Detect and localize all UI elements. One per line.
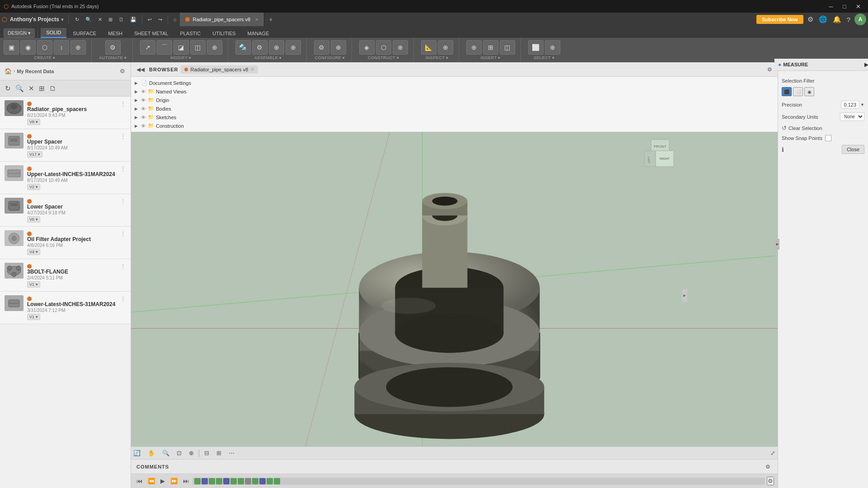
assemble-more-icon[interactable]: ⊕: [286, 40, 301, 55]
list-item[interactable]: Upper Spacer 8/17/2024 10:49 AM V17 ▾ ⋮: [0, 129, 131, 162]
browser-settings-button[interactable]: ⚙: [765, 65, 774, 74]
active-tab[interactable]: Radiator_pipe_spacers v8 ✕: [180, 13, 264, 26]
home-icon[interactable]: 🏠: [5, 68, 12, 74]
tab-surface[interactable]: SURFACE: [67, 29, 102, 38]
tree-item-bodies[interactable]: ▶ 👁 📁 Bodies: [131, 104, 778, 113]
maximize-button[interactable]: □: [838, 1, 851, 11]
help-icon[interactable]: ?: [845, 14, 852, 25]
tree-item-sketches[interactable]: ▶ 👁 📁 Sketches: [131, 113, 778, 121]
tab-mesh[interactable]: MESH: [103, 29, 128, 38]
configure-more-icon[interactable]: ⊕: [331, 40, 346, 55]
insert-tool-2[interactable]: ⊞: [483, 40, 498, 55]
configure-tool-1[interactable]: ⚙: [314, 40, 329, 55]
tab-manage[interactable]: MANAGE: [242, 29, 275, 38]
list-item[interactable]: Lower-Latest-INCHES-31MAR2024 3/31/2024 …: [0, 292, 131, 324]
grid-button[interactable]: ⊞: [214, 448, 224, 458]
info-icon[interactable]: ℹ: [782, 146, 784, 153]
list-item[interactable]: Upper-Latest-INCHES-31MAR2024 8/17/2024 …: [0, 162, 131, 194]
more-options-icon[interactable]: ⋮: [120, 198, 126, 204]
comments-settings-button[interactable]: ⚙: [764, 463, 772, 471]
design-dropdown[interactable]: DESIGN ▾: [4, 28, 35, 38]
timeline-play-button[interactable]: ▶: [159, 477, 167, 485]
assemble-tool-3[interactable]: ⊕: [269, 40, 284, 55]
search-panel-button[interactable]: 🔍: [14, 83, 25, 94]
settings-vp-button[interactable]: ⋯: [226, 448, 237, 458]
browser-collapse-button[interactable]: ◀◀: [135, 65, 146, 74]
list-item[interactable]: Lower Spacer 4/27/2024 9:18 PM V6 ▾ ⋮: [0, 194, 131, 227]
tab-plastic[interactable]: PLASTIC: [174, 29, 206, 38]
apps-button[interactable]: ⊞: [106, 16, 115, 23]
create-tool-2[interactable]: ◉: [20, 40, 36, 55]
filter-vertex-button[interactable]: ◉: [804, 87, 814, 96]
more-options-icon[interactable]: ⋮: [120, 263, 126, 270]
timeline-play-end-button[interactable]: ⏭: [181, 477, 191, 485]
inspect-more-icon[interactable]: ⊕: [438, 40, 453, 55]
construct-tool-1[interactable]: ◈: [359, 40, 375, 55]
create-tool-4[interactable]: ↕: [54, 40, 69, 55]
timeline-play-back-button[interactable]: ⏮: [135, 477, 144, 485]
create-more-icon[interactable]: ⊕: [70, 40, 86, 55]
tab-close-icon[interactable]: ✕: [255, 17, 258, 22]
grid-view-button[interactable]: ⊞: [38, 83, 46, 94]
timeline-track[interactable]: [192, 478, 765, 485]
secondary-units-dropdown[interactable]: None mm in: [840, 112, 864, 121]
insert-tool-3[interactable]: ◫: [500, 40, 515, 55]
create-tool-3[interactable]: ⬡: [37, 40, 52, 55]
settings-icon[interactable]: ⚙: [806, 14, 815, 25]
close-button[interactable]: ✕: [852, 1, 864, 11]
more-options-icon[interactable]: ⋮: [120, 133, 126, 139]
close-search-panel-button[interactable]: ✕: [27, 83, 36, 94]
filter-face-button[interactable]: ⬛: [782, 87, 792, 96]
more-options-icon[interactable]: ⋮: [120, 295, 126, 302]
bell-icon[interactable]: 🔔: [831, 14, 843, 25]
tab-sheet-metal[interactable]: SHEET METAL: [129, 29, 174, 38]
insert-tool-1[interactable]: ⊕: [466, 40, 482, 55]
timeline-next-button[interactable]: ⏩: [169, 477, 179, 485]
refresh-button[interactable]: ↻: [72, 16, 82, 23]
modify-tool-4[interactable]: ◫: [190, 40, 206, 55]
redo-button[interactable]: ↪: [155, 16, 165, 23]
select-more-icon[interactable]: ⊕: [545, 40, 560, 55]
show-snap-checkbox[interactable]: [825, 135, 831, 141]
expand-button[interactable]: ⤢: [768, 448, 778, 458]
settings-gear-button[interactable]: ⚙: [119, 67, 126, 75]
modify-tool-3[interactable]: ◪: [174, 40, 189, 55]
assemble-tool-2[interactable]: ⚙: [252, 40, 267, 55]
list-item[interactable]: Oil Filter Adapter Project 4/8/2024 6:16…: [0, 227, 131, 259]
close-search-button[interactable]: ✕: [95, 16, 105, 23]
panel-collapse-button[interactable]: ▶: [775, 239, 779, 250]
select-tool-1[interactable]: ⬜: [528, 40, 544, 55]
display-mode-button[interactable]: ⊟: [202, 448, 211, 458]
dropdown-arrow-icon[interactable]: ▼: [60, 17, 65, 22]
list-item[interactable]: Radiator_pipe_spacers 8/21/2024 9:43 PM …: [0, 97, 131, 129]
zoom-fit-button[interactable]: ⊕: [187, 448, 196, 458]
tree-item-named-views[interactable]: ▶ 👁 📁 Named Views: [131, 87, 778, 96]
measure-expand-icon[interactable]: ▶: [864, 62, 868, 68]
modify-tool-1[interactable]: ↗: [140, 40, 155, 55]
construct-tool-2[interactable]: ⬡: [376, 40, 391, 55]
precision-dropdown-icon[interactable]: ▼: [860, 102, 864, 107]
measure-tool[interactable]: 📐: [421, 40, 436, 55]
pan-button[interactable]: ✋: [145, 448, 157, 458]
refresh-panel-button[interactable]: ↻: [4, 83, 12, 94]
more-options-icon[interactable]: ⋮: [120, 165, 126, 172]
minimize-button[interactable]: ─: [825, 1, 837, 11]
measure-close-button[interactable]: Close: [842, 145, 864, 154]
assemble-tool-1[interactable]: 🔩: [235, 40, 251, 55]
tree-item-construction[interactable]: ▶ 👁 📁 Construction: [131, 121, 778, 130]
modify-more-icon[interactable]: ⊕: [207, 40, 222, 55]
add-tab-button[interactable]: +: [264, 16, 277, 23]
orbit-button[interactable]: 🔄: [131, 448, 143, 458]
fit-button[interactable]: ⊡: [174, 448, 184, 458]
zoom-button[interactable]: 🔍: [160, 448, 172, 458]
subscribe-button[interactable]: Subscribe Now: [756, 15, 803, 24]
tree-item-document-settings[interactable]: ▶ 📄 Document Settings: [131, 79, 778, 87]
automate-tool-1[interactable]: ⚙: [105, 40, 121, 55]
save-button[interactable]: 💾: [127, 16, 139, 23]
undo-button[interactable]: ↩: [145, 16, 155, 23]
user-avatar[interactable]: A: [854, 14, 866, 25]
file-new-button[interactable]: 🗋: [48, 83, 57, 93]
clear-selection-row[interactable]: ↺ Clear Selection: [782, 125, 864, 131]
search-button[interactable]: 🔍: [83, 16, 94, 23]
timeline-settings-button[interactable]: ⚙: [767, 477, 774, 485]
